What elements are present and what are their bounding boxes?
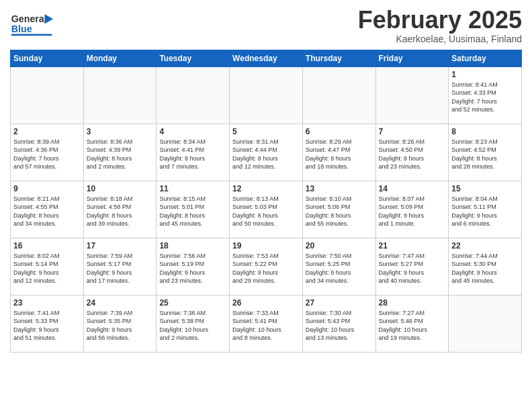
day-number: 24 [87, 298, 154, 308]
calendar-cell: 5Sunrise: 8:31 AM Sunset: 4:44 PM Daylig… [230, 124, 303, 181]
day-number: 1 [451, 70, 519, 79]
day-info: Sunrise: 8:18 AM Sunset: 4:58 PM Dayligh… [87, 195, 154, 228]
day-info: Sunrise: 7:53 AM Sunset: 5:22 PM Dayligh… [232, 252, 300, 285]
calendar-cell [375, 66, 449, 124]
day-info: Sunrise: 7:39 AM Sunset: 5:35 PM Dayligh… [87, 309, 154, 342]
calendar-cell: 25Sunrise: 7:36 AM Sunset: 5:38 PM Dayli… [157, 295, 230, 352]
title-area: February 2025 Kaerkoelae, Uusimaa, Finla… [358, 7, 522, 44]
weekday-header-friday: Friday [375, 50, 449, 66]
day-info: Sunrise: 7:47 AM Sunset: 5:27 PM Dayligh… [379, 252, 446, 285]
calendar-cell [157, 66, 230, 124]
day-info: Sunrise: 7:56 AM Sunset: 5:19 PM Dayligh… [159, 252, 226, 285]
weekday-header-saturday: Saturday [449, 50, 522, 66]
day-info: Sunrise: 8:26 AM Sunset: 4:50 PM Dayligh… [379, 138, 446, 171]
day-number: 4 [159, 127, 226, 136]
calendar-cell: 13Sunrise: 8:10 AM Sunset: 5:06 PM Dayli… [302, 181, 375, 238]
day-info: Sunrise: 8:04 AM Sunset: 5:11 PM Dayligh… [451, 195, 519, 228]
calendar-cell: 24Sunrise: 7:39 AM Sunset: 5:35 PM Dayli… [83, 295, 157, 352]
day-info: Sunrise: 8:41 AM Sunset: 4:33 PM Dayligh… [451, 81, 519, 114]
calendar-header-row: SundayMondayTuesdayWednesdayThursdayFrid… [11, 50, 522, 66]
calendar-week-2: 2Sunrise: 8:39 AM Sunset: 4:36 PM Daylig… [11, 124, 522, 181]
day-info: Sunrise: 8:21 AM Sunset: 4:55 PM Dayligh… [13, 195, 81, 228]
day-info: Sunrise: 8:36 AM Sunset: 4:39 PM Dayligh… [87, 138, 154, 171]
weekday-header-sunday: Sunday [11, 50, 84, 66]
day-number: 27 [306, 298, 373, 308]
day-number: 11 [159, 184, 226, 193]
svg-marker-1 [45, 14, 53, 24]
day-number: 28 [379, 298, 446, 308]
calendar-cell: 20Sunrise: 7:50 AM Sunset: 5:25 PM Dayli… [302, 238, 375, 295]
calendar-cell [230, 66, 303, 124]
day-info: Sunrise: 7:30 AM Sunset: 5:43 PM Dayligh… [306, 309, 373, 342]
day-number: 18 [159, 241, 226, 250]
day-info: Sunrise: 8:07 AM Sunset: 5:09 PM Dayligh… [379, 195, 446, 228]
day-info: Sunrise: 8:02 AM Sunset: 5:14 PM Dayligh… [13, 252, 81, 285]
month-title: February 2025 [358, 7, 522, 34]
calendar-cell: 26Sunrise: 7:33 AM Sunset: 5:41 PM Dayli… [230, 295, 303, 352]
calendar-cell: 23Sunrise: 7:41 AM Sunset: 5:33 PM Dayli… [11, 295, 84, 352]
calendar-cell: 28Sunrise: 7:27 AM Sunset: 5:46 PM Dayli… [375, 295, 449, 352]
logo: General Blue [10, 7, 64, 40]
calendar-week-1: 1Sunrise: 8:41 AM Sunset: 4:33 PM Daylig… [11, 66, 522, 124]
calendar-cell: 4Sunrise: 8:34 AM Sunset: 4:41 PM Daylig… [157, 124, 230, 181]
calendar-cell: 21Sunrise: 7:47 AM Sunset: 5:27 PM Dayli… [375, 238, 449, 295]
day-info: Sunrise: 7:27 AM Sunset: 5:46 PM Dayligh… [379, 309, 446, 342]
weekday-header-thursday: Thursday [302, 50, 375, 66]
calendar-cell: 22Sunrise: 7:44 AM Sunset: 5:30 PM Dayli… [449, 238, 522, 295]
calendar-cell: 3Sunrise: 8:36 AM Sunset: 4:39 PM Daylig… [83, 124, 157, 181]
calendar-cell [302, 66, 375, 124]
day-info: Sunrise: 7:44 AM Sunset: 5:30 PM Dayligh… [451, 252, 519, 285]
calendar-cell [11, 66, 84, 124]
weekday-header-wednesday: Wednesday [230, 50, 303, 66]
day-number: 20 [306, 241, 373, 250]
day-info: Sunrise: 8:10 AM Sunset: 5:06 PM Dayligh… [306, 195, 373, 228]
day-number: 15 [451, 184, 519, 193]
weekday-header-tuesday: Tuesday [157, 50, 230, 66]
calendar-week-4: 16Sunrise: 8:02 AM Sunset: 5:14 PM Dayli… [11, 238, 522, 295]
calendar-cell: 27Sunrise: 7:30 AM Sunset: 5:43 PM Dayli… [302, 295, 375, 352]
day-info: Sunrise: 8:23 AM Sunset: 4:52 PM Dayligh… [451, 138, 519, 171]
day-number: 22 [451, 241, 519, 250]
calendar-cell: 16Sunrise: 8:02 AM Sunset: 5:14 PM Dayli… [11, 238, 84, 295]
day-info: Sunrise: 8:39 AM Sunset: 4:36 PM Dayligh… [13, 138, 81, 171]
day-number: 5 [232, 127, 300, 136]
day-info: Sunrise: 7:59 AM Sunset: 5:17 PM Dayligh… [87, 252, 154, 285]
calendar-table: SundayMondayTuesdayWednesdayThursdayFrid… [10, 50, 522, 353]
calendar-cell: 7Sunrise: 8:26 AM Sunset: 4:50 PM Daylig… [375, 124, 449, 181]
page-header: General Blue February 2025 Kaerkoelae, U… [10, 7, 522, 44]
calendar-cell: 17Sunrise: 7:59 AM Sunset: 5:17 PM Dayli… [83, 238, 157, 295]
location-title: Kaerkoelae, Uusimaa, Finland [358, 34, 522, 44]
weekday-header-monday: Monday [83, 50, 157, 66]
day-number: 26 [232, 298, 300, 308]
day-number: 3 [87, 127, 154, 136]
day-number: 17 [87, 241, 154, 250]
day-info: Sunrise: 8:31 AM Sunset: 4:44 PM Dayligh… [232, 138, 300, 171]
calendar-cell: 12Sunrise: 8:13 AM Sunset: 5:03 PM Dayli… [230, 181, 303, 238]
day-info: Sunrise: 8:29 AM Sunset: 4:47 PM Dayligh… [306, 138, 373, 171]
calendar-cell [83, 66, 157, 124]
svg-rect-3 [11, 34, 52, 36]
day-info: Sunrise: 8:34 AM Sunset: 4:41 PM Dayligh… [159, 138, 226, 171]
day-number: 8 [451, 127, 519, 136]
day-number: 9 [13, 184, 81, 193]
calendar-cell: 11Sunrise: 8:15 AM Sunset: 5:01 PM Dayli… [157, 181, 230, 238]
day-number: 13 [306, 184, 373, 193]
calendar-cell: 10Sunrise: 8:18 AM Sunset: 4:58 PM Dayli… [83, 181, 157, 238]
svg-text:Blue: Blue [11, 24, 32, 34]
calendar-cell: 1Sunrise: 8:41 AM Sunset: 4:33 PM Daylig… [449, 66, 522, 124]
day-number: 25 [159, 298, 226, 308]
calendar-cell: 14Sunrise: 8:07 AM Sunset: 5:09 PM Dayli… [375, 181, 449, 238]
day-number: 12 [232, 184, 300, 193]
day-info: Sunrise: 7:50 AM Sunset: 5:25 PM Dayligh… [306, 252, 373, 285]
calendar-cell: 15Sunrise: 8:04 AM Sunset: 5:11 PM Dayli… [449, 181, 522, 238]
day-number: 10 [87, 184, 154, 193]
day-info: Sunrise: 7:36 AM Sunset: 5:38 PM Dayligh… [159, 309, 226, 342]
calendar-week-3: 9Sunrise: 8:21 AM Sunset: 4:55 PM Daylig… [11, 181, 522, 238]
calendar-cell: 9Sunrise: 8:21 AM Sunset: 4:55 PM Daylig… [11, 181, 84, 238]
calendar-week-5: 23Sunrise: 7:41 AM Sunset: 5:33 PM Dayli… [11, 295, 522, 352]
day-number: 14 [379, 184, 446, 193]
day-number: 16 [13, 241, 81, 250]
day-number: 6 [306, 127, 373, 136]
day-info: Sunrise: 8:13 AM Sunset: 5:03 PM Dayligh… [232, 195, 300, 228]
day-info: Sunrise: 8:15 AM Sunset: 5:01 PM Dayligh… [159, 195, 226, 228]
